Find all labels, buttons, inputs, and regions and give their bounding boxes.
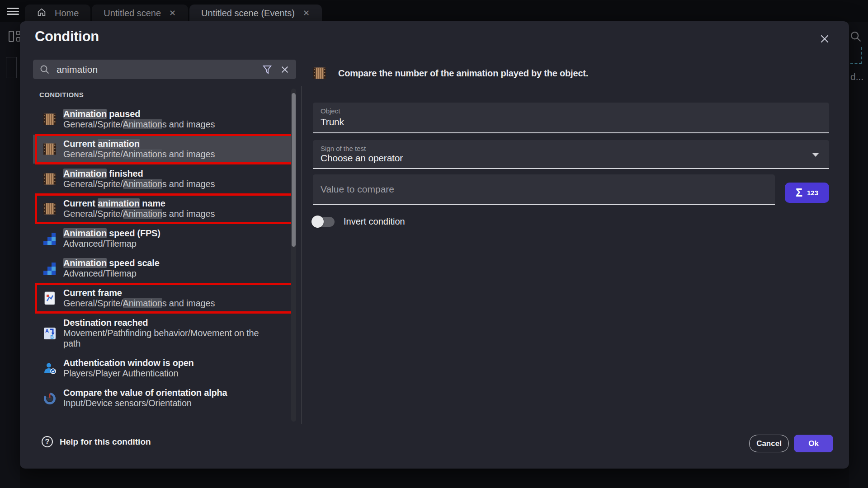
menu-icon[interactable] — [7, 8, 19, 15]
condition-description-row: Compare the number of the animation play… — [313, 66, 588, 80]
frame-icon — [43, 291, 57, 305]
condition-dialog: Condition CONDITIONS Animation paused — [20, 21, 849, 469]
svg-text:B: B — [50, 334, 54, 340]
condition-path: Input/Device sensors/Orientation — [63, 398, 227, 408]
panel-divider — [301, 86, 302, 424]
close-icon — [819, 33, 830, 45]
chevron-down-icon — [812, 153, 819, 157]
invert-condition-row: Invert condition — [313, 216, 405, 227]
search-icon — [39, 64, 50, 75]
condition-list-item[interactable]: Animation speed scale Advanced/Tilemap — [33, 254, 296, 283]
panels-icon — [9, 31, 20, 42]
dialog-title: Condition — [35, 28, 99, 45]
condition-list-item[interactable]: Current animation name General/Sprite/An… — [33, 194, 296, 223]
object-field[interactable]: Object Trunk — [313, 103, 829, 133]
tab-close-icon[interactable]: ✕ — [303, 10, 310, 17]
invert-condition-toggle[interactable] — [313, 217, 335, 227]
condition-path: General/Sprite/Animations and images — [63, 298, 215, 309]
condition-title: Current animation — [63, 139, 215, 149]
operator-field-label: Sign of the test — [321, 145, 366, 152]
tab-bar: Home Untitled scene ✕ Untitled scene (Ev… — [25, 5, 322, 22]
invert-condition-label: Invert condition — [344, 216, 405, 227]
condition-path: Advanced/Tilemap — [63, 239, 160, 249]
condition-list-item[interactable]: Animation paused General/Sprite/Animatio… — [33, 105, 296, 134]
value-to-compare-field — [313, 174, 775, 205]
help-link[interactable]: ? Help for this condition — [42, 436, 151, 447]
condition-title: Animation finished — [63, 169, 215, 179]
tab-untitled-scene[interactable]: Untitled scene ✕ — [92, 5, 188, 22]
auth-icon — [43, 361, 57, 375]
condition-path: Players/Player Authentication — [63, 368, 194, 379]
truncated-event-text: d... — [850, 71, 863, 82]
film-icon — [43, 142, 57, 156]
film-icon — [43, 172, 57, 186]
condition-title: Animation paused — [63, 109, 215, 119]
tab-home[interactable]: Home — [25, 5, 90, 22]
tab-label: Untitled scene — [104, 8, 161, 19]
scrollbar-thumb[interactable] — [292, 93, 296, 247]
object-field-label: Object — [321, 107, 340, 115]
filter-button[interactable] — [258, 64, 276, 75]
condition-list-item[interactable]: AB Destination reached Movement/Pathfind… — [33, 314, 296, 353]
ok-button[interactable]: Ok — [794, 435, 833, 452]
film-icon — [43, 113, 57, 126]
condition-title: Animation speed (FPS) — [63, 228, 160, 239]
filter-icon — [262, 64, 273, 75]
condition-path: Movement/Pathfinding behavior/Movement o… — [63, 328, 276, 349]
tilemap-icon — [43, 262, 57, 275]
dialog-close-button[interactable] — [817, 33, 832, 47]
tab-label: Home — [55, 8, 79, 19]
condition-description: Compare the number of the animation play… — [338, 68, 588, 79]
list-scrollbar — [291, 89, 296, 422]
condition-title: Destination reached — [63, 318, 276, 328]
search-icon[interactable] — [849, 30, 862, 43]
event-selection-outline — [850, 47, 862, 64]
condition-list-item[interactable]: Compare the value of orientation alpha I… — [33, 384, 296, 413]
condition-title: Authentication window is open — [63, 358, 194, 368]
condition-list-item[interactable]: Current frame General/Sprite/Animations … — [33, 284, 296, 313]
clear-search-button[interactable] — [276, 65, 296, 75]
background-left-toolbar — [0, 22, 20, 488]
condition-title: Compare the value of orientation alpha — [63, 388, 227, 398]
tab-label: Untitled scene (Events) — [201, 8, 295, 19]
operator-field-value: Choose an operator — [321, 153, 403, 164]
list-section-header: CONDITIONS — [39, 91, 296, 99]
toggle-knob — [311, 216, 324, 228]
condition-title: Animation speed scale — [63, 258, 160, 268]
condition-path: General/Sprite/Animations and images — [63, 209, 215, 219]
value-to-compare-input[interactable] — [321, 174, 764, 204]
condition-list-item[interactable]: Current animation General/Sprite/Animati… — [33, 135, 296, 164]
tab-untitled-scene-events-[interactable]: Untitled scene (Events) ✕ — [189, 5, 322, 22]
animation-icon — [313, 66, 326, 80]
condition-title: Current frame — [63, 288, 215, 298]
tilemap-icon — [43, 232, 57, 245]
background-button-outline — [6, 57, 17, 78]
sigma-icon: Σ — [796, 186, 802, 199]
background-right-panel — [849, 22, 868, 488]
condition-path: General/Sprite/Animations and images — [63, 179, 215, 189]
help-label: Help for this condition — [60, 437, 151, 447]
search-box — [33, 60, 296, 79]
condition-path: Advanced/Tilemap — [63, 268, 160, 279]
expression-button-label: 123 — [807, 189, 818, 197]
home-icon — [37, 7, 47, 19]
svg-text:A: A — [45, 328, 49, 333]
conditions-list: CONDITIONS Animation paused General/Spri… — [33, 89, 296, 422]
search-input[interactable] — [57, 64, 258, 75]
condition-list-item[interactable]: Animation finished General/Sprite/Animat… — [33, 164, 296, 193]
film-icon — [43, 202, 57, 216]
condition-title: Current animation name — [63, 198, 215, 209]
object-field-value: Trunk — [321, 117, 344, 127]
tab-close-icon[interactable]: ✕ — [169, 10, 176, 17]
expression-editor-button[interactable]: Σ 123 — [785, 183, 829, 203]
operator-select[interactable]: Sign of the test Choose an operator — [313, 140, 829, 169]
condition-list-item[interactable]: Animation speed (FPS) Advanced/Tilemap — [33, 224, 296, 253]
condition-list-item[interactable]: Authentication window is open Players/Pl… — [33, 354, 296, 383]
condition-path: General/Sprite/Animations and images — [63, 119, 215, 130]
condition-path: General/Sprite/Animations and images — [63, 149, 215, 160]
pathfinding-icon: AB — [43, 327, 57, 340]
cancel-button[interactable]: Cancel — [749, 435, 789, 452]
clear-icon — [280, 65, 290, 75]
orientation-icon — [43, 391, 57, 405]
app-topbar: Home Untitled scene ✕ Untitled scene (Ev… — [0, 0, 868, 22]
